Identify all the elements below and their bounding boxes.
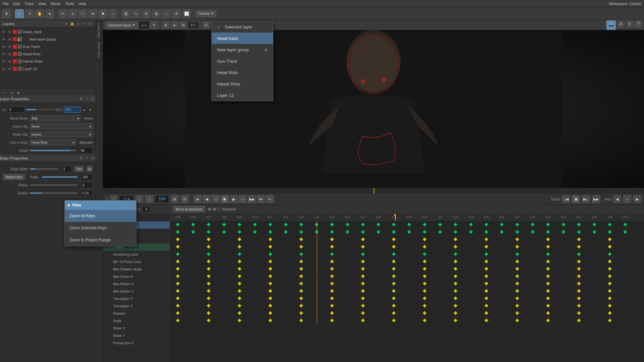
layer-props-expand-icon[interactable]: ⊡ bbox=[91, 97, 95, 101]
layers-settings-icon[interactable]: ⚙ bbox=[64, 21, 68, 26]
keyframe-r1-f10[interactable] bbox=[330, 230, 334, 234]
keyframe-r0-f1[interactable] bbox=[191, 223, 195, 226]
pen-tool[interactable]: ✒ bbox=[89, 9, 97, 18]
keyframe-r2-f24[interactable] bbox=[546, 237, 550, 241]
keyframe-r3-f18[interactable] bbox=[453, 245, 457, 248]
menu-view[interactable]: View bbox=[38, 2, 46, 6]
phase-slider[interactable] bbox=[30, 184, 77, 186]
keyframe-r2-f12[interactable] bbox=[361, 237, 365, 241]
keyframe-r0-f21[interactable] bbox=[500, 223, 503, 226]
keyframe-r12-f10[interactable] bbox=[330, 311, 334, 315]
layers-lock-icon[interactable]: 🔒 bbox=[70, 21, 74, 26]
keyframe-r11-f22[interactable] bbox=[515, 304, 519, 307]
keyframe-r1-f2[interactable] bbox=[207, 230, 210, 234]
keyframe-r2-f22[interactable] bbox=[515, 237, 519, 241]
keyframe-r0-f2[interactable] bbox=[207, 223, 210, 226]
zoom-display[interactable]: 1:1 bbox=[139, 21, 149, 29]
keyframe-r1-f4[interactable] bbox=[237, 230, 241, 234]
layer-vis-icon-4[interactable]: 👁 bbox=[1, 59, 6, 64]
track-item-rotation[interactable]: Rotation bbox=[103, 310, 170, 317]
keyframe-r8-f12[interactable] bbox=[361, 282, 365, 285]
import-button[interactable]: ⬇ bbox=[2, 9, 11, 18]
keyframe-r7-f2[interactable] bbox=[207, 274, 210, 278]
menu-edit[interactable]: Edit bbox=[13, 2, 20, 6]
track-item-persp-x[interactable]: Perspective X bbox=[103, 340, 170, 347]
keyframe-r11-f14[interactable] bbox=[392, 304, 395, 307]
keyframe-r10-f10[interactable] bbox=[330, 296, 334, 300]
draw-tool[interactable]: ✏ bbox=[58, 9, 67, 18]
keyframe-r7-f8[interactable] bbox=[299, 274, 303, 278]
edge-width-value[interactable]: 3 bbox=[61, 166, 71, 172]
dropdown-item-new-group[interactable]: New layer group ▶ bbox=[212, 44, 273, 55]
track-item-max-zoom[interactable]: Max Zoom % bbox=[103, 273, 170, 281]
keyframe-r9-f4[interactable] bbox=[237, 289, 241, 293]
keyframe-r6-f0[interactable] bbox=[176, 267, 179, 270]
radio-all[interactable] bbox=[208, 207, 211, 211]
play-btn[interactable]: ▶ bbox=[230, 195, 238, 203]
keyframe-r3-f26[interactable] bbox=[577, 245, 581, 248]
keyframe-r3-f10[interactable] bbox=[330, 245, 334, 248]
keyframe-r9-f16[interactable] bbox=[423, 289, 426, 293]
keyframe-r4-f16[interactable] bbox=[423, 252, 426, 256]
keyframe-r0-f27[interactable] bbox=[592, 223, 596, 226]
dropdown-item-head-roto[interactable]: Head Roto bbox=[212, 67, 273, 78]
skip-start-btn[interactable]: ⏮ bbox=[194, 195, 202, 203]
keyframe-r5-f26[interactable] bbox=[577, 259, 581, 263]
keyframe-r7-f6[interactable] bbox=[268, 274, 272, 278]
next-small-btn[interactable]: ▷ bbox=[239, 195, 247, 203]
keyframe-r7-f28[interactable] bbox=[608, 274, 611, 278]
keyframe-r2-f4[interactable] bbox=[237, 237, 241, 241]
keyframe-r1-f18[interactable] bbox=[453, 230, 457, 234]
keyframe-r5-f24[interactable] bbox=[546, 259, 550, 263]
keyframe-r0-f18[interactable] bbox=[453, 223, 457, 226]
keyframe-r0-f15[interactable] bbox=[407, 223, 411, 226]
keyframe-r8-f8[interactable] bbox=[299, 282, 303, 285]
keyframe-r12-f2[interactable] bbox=[207, 311, 210, 315]
dropdown-item-selected-layer[interactable]: Selected layer bbox=[212, 21, 273, 33]
menu-tools[interactable]: Tools bbox=[65, 2, 74, 6]
channel-value[interactable]: 0.5 bbox=[188, 22, 198, 28]
keyframe-r8-f14[interactable] bbox=[392, 282, 395, 285]
keyframe-r1-f26[interactable] bbox=[577, 230, 581, 234]
skip-end-btn[interactable]: ⏭ bbox=[257, 195, 265, 203]
keyframe-r1-f3[interactable] bbox=[222, 230, 226, 234]
keyframe-r3-f8[interactable] bbox=[299, 245, 303, 248]
keyframe-r10-f14[interactable] bbox=[392, 296, 395, 300]
keyframe-r1-f15[interactable] bbox=[407, 230, 411, 234]
keyframe-r9-f28[interactable] bbox=[608, 289, 611, 293]
edge-props-close-icon[interactable]: × bbox=[85, 156, 89, 161]
keyframe-r12-f12[interactable] bbox=[361, 311, 365, 315]
keyframe-r7-f20[interactable] bbox=[484, 274, 488, 278]
keyframe-r5-f20[interactable] bbox=[484, 259, 488, 263]
keyframe-r0-f14[interactable] bbox=[392, 223, 395, 226]
keyframe-r11-f16[interactable] bbox=[423, 304, 426, 307]
keyframe-r13-f18[interactable] bbox=[453, 318, 457, 322]
key-add-btn[interactable]: + bbox=[623, 195, 631, 203]
layer-row-head-track[interactable]: 👁 ⚙ Head_track bbox=[0, 28, 95, 36]
keyframe-r2-f2[interactable] bbox=[207, 237, 210, 241]
keyframe-r0-f0[interactable] bbox=[176, 223, 179, 226]
keyframe-r13-f4[interactable] bbox=[237, 318, 241, 322]
keyframe-r4-f10[interactable] bbox=[330, 252, 334, 256]
keyframe-r0-f10[interactable] bbox=[330, 223, 334, 226]
edge-width-slider[interactable] bbox=[30, 168, 58, 170]
keyframe-r3-f2[interactable] bbox=[207, 245, 210, 248]
keyframe-r12-f26[interactable] bbox=[577, 311, 581, 315]
layer-gear-icon-2[interactable]: ⚙ bbox=[7, 44, 12, 49]
settings-btn[interactable]: ⚙ bbox=[617, 20, 625, 28]
out-field[interactable]: 599 bbox=[64, 107, 80, 113]
angle-slider[interactable] bbox=[42, 176, 77, 178]
key-prev-btn[interactable]: ◀ bbox=[613, 195, 621, 203]
loop-btn[interactable]: ↩ bbox=[266, 195, 274, 203]
keyframe-r7-f16[interactable] bbox=[423, 274, 426, 278]
keyframe-r4-f28[interactable] bbox=[608, 252, 611, 256]
menu-track[interactable]: Track bbox=[24, 2, 34, 6]
keyframe-r1-f22[interactable] bbox=[515, 230, 519, 234]
keyframe-r11-f12[interactable] bbox=[361, 304, 365, 307]
keyframe-r12-f14[interactable] bbox=[392, 311, 395, 315]
keyframe-r0-f28[interactable] bbox=[608, 223, 611, 226]
grid-btn[interactable]: ⊞ bbox=[152, 9, 161, 18]
erase-tool[interactable]: ✖ bbox=[99, 9, 107, 18]
keyframe-r5-f12[interactable] bbox=[361, 259, 365, 263]
keyframe-r12-f18[interactable] bbox=[453, 311, 457, 315]
